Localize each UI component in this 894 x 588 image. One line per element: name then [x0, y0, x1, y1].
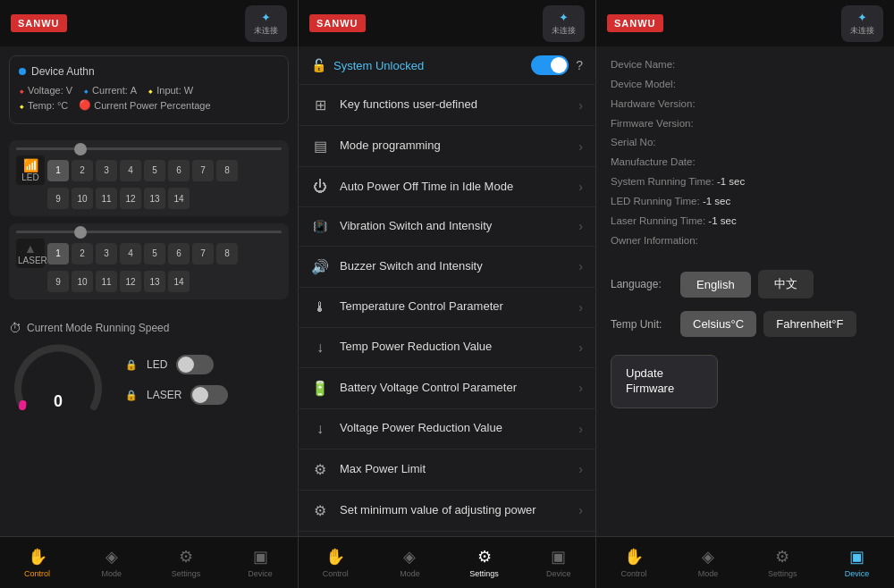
led-num-9[interactable]: 9 [47, 188, 69, 209]
laser-toggle-switch[interactable] [190, 385, 228, 405]
voltage-label: Voltage: [28, 85, 63, 96]
led-num-10[interactable]: 10 [72, 188, 93, 209]
menu-item-auto-power[interactable]: ⏻ Auto Power Off Time in Idle Mode › [299, 167, 595, 207]
left-nav-settings[interactable]: ⚙ Settings [148, 537, 223, 588]
left-bt-badge[interactable]: ✦ 未连接 [245, 5, 287, 42]
laser-num-6[interactable]: 6 [168, 243, 190, 265]
temp-dot: ⬥ [19, 100, 25, 111]
menu-item-voltage-reduce[interactable]: ↓ Voltage Power Reduction Value › [299, 409, 595, 449]
laser-slider-thumb[interactable] [74, 226, 87, 239]
device-name-label: Device Name: [611, 59, 675, 70]
laser-slider-track[interactable] [16, 231, 282, 233]
led-running-label: LED Running Time: [611, 196, 700, 206]
right-control-icon: ✋ [624, 547, 644, 567]
led-num-5[interactable]: 5 [144, 160, 165, 181]
led-num-4[interactable]: 4 [120, 160, 141, 181]
left-nav-control[interactable]: ✋ Control [0, 537, 74, 588]
laser-num-5[interactable]: 5 [144, 243, 165, 265]
left-nav-mode[interactable]: ◈ Mode [74, 537, 148, 588]
laser-num-row2: 9 10 11 12 13 14 [47, 271, 282, 292]
left-header: SANWU ✦ 未连接 [0, 0, 298, 46]
led-num-13[interactable]: 13 [144, 188, 165, 209]
lang-chinese-button[interactable]: 中文 [758, 270, 814, 298]
middle-nav-settings[interactable]: ⚙ Settings [447, 537, 521, 588]
temp-fahrenheit-button[interactable]: Fahrenheit°F [763, 311, 856, 337]
menu-item-battery[interactable]: 🔋 Battery Voltage Control Parameter › [299, 368, 595, 409]
menu-item-buzzer[interactable]: 🔊 Buzzer Switch and Intensity › [299, 247, 595, 288]
update-firmware-button[interactable]: Update Firmware [611, 355, 718, 408]
led-slider-thumb[interactable] [74, 143, 87, 155]
left-mode-label: Mode [102, 569, 122, 578]
menu-item-max-power[interactable]: ⚙ Max Power Limit › [299, 449, 595, 491]
middle-nav-control[interactable]: ✋ Control [299, 537, 373, 588]
led-num-8[interactable]: 8 [216, 160, 238, 181]
menu-item-key-functions[interactable]: ⊞ Key functions user-defined › [299, 85, 595, 126]
menu-icon-buzzer: 🔊 [311, 258, 329, 275]
led-num-7[interactable]: 7 [192, 160, 214, 181]
laser-num-10[interactable]: 10 [72, 271, 93, 292]
menu-item-temp[interactable]: 🌡 Temperature Control Parameter › [299, 288, 595, 328]
led-number-grid: 📶 LED 1 2 3 4 5 6 7 8 [16, 155, 282, 185]
help-icon[interactable]: ? [576, 58, 583, 72]
right-bt-label: 未连接 [850, 25, 874, 37]
system-running-value: -1 sec [717, 176, 745, 187]
laser-triangle-icon: ▲ [18, 241, 43, 256]
right-settings-label: Settings [768, 569, 797, 578]
system-unlock-knob [551, 57, 567, 73]
laser-num-14[interactable]: 14 [168, 271, 190, 292]
laser-num-9[interactable]: 9 [47, 271, 69, 292]
right-nav-settings[interactable]: ⚙ Settings [746, 537, 820, 588]
right-bt-badge[interactable]: ✦ 未连接 [841, 5, 883, 42]
laser-num-2[interactable]: 2 [72, 243, 93, 265]
laser-num-11[interactable]: 11 [96, 271, 117, 292]
led-num-row2: 9 10 11 12 13 14 [47, 188, 282, 209]
laser-num-12[interactable]: 12 [120, 271, 141, 292]
wifi-icon: 📶 [18, 158, 43, 172]
led-num-1[interactable]: 1 [47, 160, 69, 181]
right-nav-device[interactable]: ▣ Device [820, 537, 894, 588]
menu-icon-max-power: ⚙ [311, 461, 329, 478]
led-toggle-switch[interactable] [176, 355, 214, 374]
menu-chevron-max-power: › [578, 462, 583, 476]
device-authn-row: Device Authn [19, 65, 279, 78]
lang-english-button[interactable]: English [680, 272, 751, 298]
left-control-icon: ✋ [28, 547, 47, 567]
language-label: Language: [611, 278, 673, 290]
right-mode-label: Mode [698, 569, 719, 578]
right-nav-control[interactable]: ✋ Control [596, 537, 670, 588]
laser-running-label: Laser Running Time: [611, 215, 705, 226]
voltage-stat: ⬥ Voltage: V [19, 85, 72, 96]
led-num-14[interactable]: 14 [168, 188, 190, 209]
bottom-nav: ✋ Control ◈ Mode ⚙ Settings ▣ Device ✋ C… [0, 536, 894, 588]
laser-num-4[interactable]: 4 [120, 243, 141, 265]
menu-item-mode[interactable]: ▤ Mode programming › [299, 126, 595, 167]
laser-num-3[interactable]: 3 [96, 243, 117, 265]
menu-item-temp-reduce[interactable]: ↓ Temp Power Reduction Value › [299, 328, 595, 368]
led-num-6[interactable]: 6 [168, 160, 190, 181]
hardware-version-row: Hardware Version: [611, 95, 880, 114]
menu-item-min-power[interactable]: ⚙ Set minimum value of adjusting power › [299, 491, 595, 532]
temp-celsius-button[interactable]: Celsius°C [680, 311, 756, 337]
led-num-2[interactable]: 2 [72, 160, 93, 181]
left-nav-device[interactable]: ▣ Device [224, 537, 298, 588]
led-slider-section: 📶 LED 1 2 3 4 5 6 7 8 9 10 11 12 [0, 133, 298, 314]
middle-bt-badge[interactable]: ✦ 未连接 [543, 5, 585, 42]
led-slider-track[interactable] [16, 147, 282, 150]
laser-num-7[interactable]: 7 [192, 243, 214, 265]
right-nav-mode[interactable]: ◈ Mode [671, 537, 746, 588]
middle-nav-device[interactable]: ▣ Device [521, 537, 595, 588]
laser-num-13[interactable]: 13 [144, 271, 165, 292]
middle-mode-label: Mode [400, 569, 420, 578]
fw-version-label: Firmware Version: [611, 118, 694, 129]
led-label: 📶 LED [16, 155, 45, 185]
system-unlock-toggle[interactable] [531, 55, 569, 75]
laser-num-1[interactable]: 1 [47, 243, 69, 265]
menu-icon-temp-reduce: ↓ [311, 340, 329, 356]
menu-item-vibration[interactable]: 📳 Vibration Switch and Intensity › [299, 207, 595, 247]
led-num-12[interactable]: 12 [120, 188, 141, 209]
laser-num-8[interactable]: 8 [216, 243, 238, 265]
left-control-label: Control [24, 569, 50, 578]
led-num-3[interactable]: 3 [96, 160, 117, 181]
led-num-11[interactable]: 11 [96, 188, 117, 209]
middle-nav-mode[interactable]: ◈ Mode [373, 537, 447, 588]
